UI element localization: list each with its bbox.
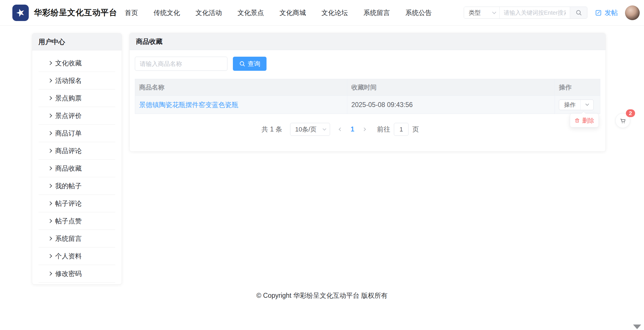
nav-item-culture-activities[interactable]: 文化活动 bbox=[195, 8, 222, 17]
sidebar-item-label: 景点评价 bbox=[55, 111, 82, 120]
keyword-search-input[interactable] bbox=[500, 7, 570, 18]
sidebar-item-change-password[interactable]: 修改密码 bbox=[39, 265, 115, 283]
col-favorite-time: 收藏时间 bbox=[347, 79, 555, 96]
sidebar-item-label: 商品收藏 bbox=[55, 164, 82, 173]
goto-label: 前往 bbox=[377, 125, 390, 134]
search-type-select[interactable]: 类型 bbox=[464, 7, 500, 18]
product-name-input[interactable] bbox=[135, 57, 227, 71]
panel-body: 查询 商品名称 收藏时间 操作 景德镇陶瓷花瓶摆件窑变蓝色瓷瓶 2025-05-… bbox=[130, 50, 605, 151]
search-icon bbox=[576, 9, 582, 16]
nav-item-home[interactable]: 首页 bbox=[125, 8, 138, 17]
panel-title: 商品收藏 bbox=[130, 33, 605, 50]
cart-badge: 2 bbox=[626, 109, 635, 117]
sidebar-item-my-posts[interactable]: 我的帖子 bbox=[39, 177, 115, 195]
sidebar-item-activity-signup[interactable]: 活动报名 bbox=[39, 72, 115, 89]
brand-title: 华彩纷呈文化互动平台 bbox=[34, 7, 117, 18]
sidebar-item-label: 帖子评论 bbox=[55, 199, 82, 208]
nav-item-culture-attractions[interactable]: 文化景点 bbox=[237, 8, 264, 17]
sidebar-item-label: 商品订单 bbox=[55, 129, 82, 138]
chevron-down-icon bbox=[492, 10, 496, 14]
user-avatar[interactable] bbox=[625, 5, 640, 20]
sidebar-item-label: 系统留言 bbox=[55, 234, 82, 243]
main-nav: 首页 传统文化 文化活动 文化景点 文化商城 文化论坛 系统留言 系统公告 bbox=[125, 8, 432, 17]
chevron-right-icon bbox=[48, 219, 52, 223]
sidebar-menu: 文化收藏 活动报名 景点购票 景点评价 商品订单 商品评论 商品收藏 我的帖子 … bbox=[32, 50, 122, 284]
sidebar-item-label: 景点购票 bbox=[55, 94, 82, 103]
scroll-indicator-icon bbox=[633, 325, 641, 329]
page-size-select[interactable]: 10条/页 bbox=[290, 123, 330, 136]
navbar-search-button[interactable] bbox=[570, 7, 587, 18]
goto-page-input[interactable] bbox=[394, 123, 409, 136]
nav-item-system-messages[interactable]: 系统留言 bbox=[363, 8, 390, 17]
create-post-label: 发帖 bbox=[605, 8, 618, 17]
nav-item-culture-mall[interactable]: 文化商城 bbox=[279, 8, 306, 17]
chevron-right-icon bbox=[48, 254, 52, 258]
sidebar-item-label: 我的帖子 bbox=[55, 182, 82, 190]
query-button[interactable]: 查询 bbox=[233, 57, 267, 71]
col-product-name: 商品名称 bbox=[135, 79, 347, 96]
sidebar-item-label: 个人资料 bbox=[55, 252, 82, 261]
cart-float-button[interactable]: 2 bbox=[615, 113, 630, 128]
sidebar-item-label: 文化收藏 bbox=[55, 59, 82, 68]
chevron-right-icon bbox=[48, 149, 52, 153]
cart-icon bbox=[619, 117, 627, 125]
table-header-row: 商品名称 收藏时间 操作 bbox=[135, 79, 600, 96]
delete-menu-item[interactable]: 删除 bbox=[574, 117, 594, 125]
star-icon: ★ bbox=[15, 6, 27, 19]
col-actions: 操作 bbox=[555, 79, 600, 96]
sidebar-item-system-messages[interactable]: 系统留言 bbox=[39, 230, 115, 247]
favorite-time-cell: 2025-05-08 09:43:56 bbox=[347, 96, 555, 114]
sidebar-item-post-likes[interactable]: 帖子点赞 bbox=[39, 212, 115, 230]
chevron-right-icon bbox=[48, 131, 52, 135]
prev-page-button[interactable] bbox=[339, 128, 342, 131]
chevron-left-icon bbox=[339, 127, 343, 131]
sidebar-item-post-comments[interactable]: 帖子评论 bbox=[39, 195, 115, 212]
search-icon bbox=[239, 61, 245, 67]
chevron-right-icon bbox=[48, 184, 52, 188]
sidebar-item-attraction-reviews[interactable]: 景点评价 bbox=[39, 107, 115, 125]
sidebar-item-ticket-purchase[interactable]: 景点购票 bbox=[39, 89, 115, 107]
chevron-right-icon bbox=[48, 96, 52, 100]
page-size-value: 10条/页 bbox=[295, 125, 317, 134]
current-page[interactable]: 1 bbox=[350, 125, 354, 133]
action-caret-button[interactable] bbox=[581, 100, 593, 110]
chevron-right-icon bbox=[48, 61, 52, 65]
query-button-label: 查询 bbox=[248, 60, 260, 68]
sidebar-item-profile[interactable]: 个人资料 bbox=[39, 247, 115, 265]
sidebar-item-label: 帖子点赞 bbox=[55, 217, 82, 226]
goto-page: 前往 页 bbox=[377, 123, 419, 136]
brand-logo: ★ bbox=[12, 5, 29, 21]
sidebar-title: 用户中心 bbox=[32, 33, 122, 50]
top-navbar: ★ 华彩纷呈文化互动平台 首页 传统文化 文化活动 文化景点 文化商城 文化论坛… bbox=[0, 0, 644, 26]
product-link[interactable]: 景德镇陶瓷花瓶摆件窑变蓝色瓷瓶 bbox=[139, 101, 238, 108]
sidebar-item-culture-favorites[interactable]: 文化收藏 bbox=[39, 54, 115, 72]
edit-icon bbox=[595, 9, 602, 16]
chevron-right-icon bbox=[48, 201, 52, 205]
search-toolbar: 查询 bbox=[135, 57, 600, 71]
table-row: 景德镇陶瓷花瓶摆件窑变蓝色瓷瓶 2025-05-08 09:43:56 操作 bbox=[135, 96, 600, 114]
action-dropdown-menu: 删除 bbox=[570, 113, 599, 127]
search-type-value: 类型 bbox=[469, 9, 481, 17]
sidebar-item-label: 商品评论 bbox=[55, 146, 82, 155]
sidebar-item-product-comments[interactable]: 商品评论 bbox=[39, 142, 115, 160]
page-unit-label: 页 bbox=[412, 125, 419, 134]
chevron-down-icon bbox=[323, 127, 327, 131]
footer: © Copyright 华彩纷呈文化互动平台 版权所有 bbox=[0, 291, 644, 300]
chevron-right-icon bbox=[48, 79, 52, 83]
brand[interactable]: ★ 华彩纷呈文化互动平台 bbox=[12, 5, 117, 21]
chevron-right-icon bbox=[48, 166, 52, 170]
create-post-link[interactable]: 发帖 bbox=[595, 8, 618, 17]
favorites-panel: 商品收藏 查询 商品名称 收藏时间 操作 bbox=[129, 33, 606, 152]
nav-item-system-notices[interactable]: 系统公告 bbox=[405, 8, 432, 17]
sidebar-item-product-orders[interactable]: 商品订单 bbox=[39, 125, 115, 142]
trash-icon bbox=[574, 118, 580, 123]
nav-item-traditional-culture[interactable]: 传统文化 bbox=[154, 8, 180, 17]
next-page-button[interactable] bbox=[363, 128, 365, 131]
nav-item-culture-forum[interactable]: 文化论坛 bbox=[321, 8, 348, 17]
page: { "navbar": { "brand": "华彩纷呈文化互动平台", "it… bbox=[0, 0, 644, 330]
sidebar-item-label: 活动报名 bbox=[55, 76, 82, 85]
sidebar-item-product-favorites[interactable]: 商品收藏 bbox=[39, 160, 115, 177]
sidebar-item-label: 修改密码 bbox=[55, 269, 82, 278]
user-center-sidebar: 用户中心 文化收藏 活动报名 景点购票 景点评价 商品订单 商品评论 商品收藏 … bbox=[32, 33, 122, 285]
action-button[interactable]: 操作 bbox=[559, 100, 581, 110]
